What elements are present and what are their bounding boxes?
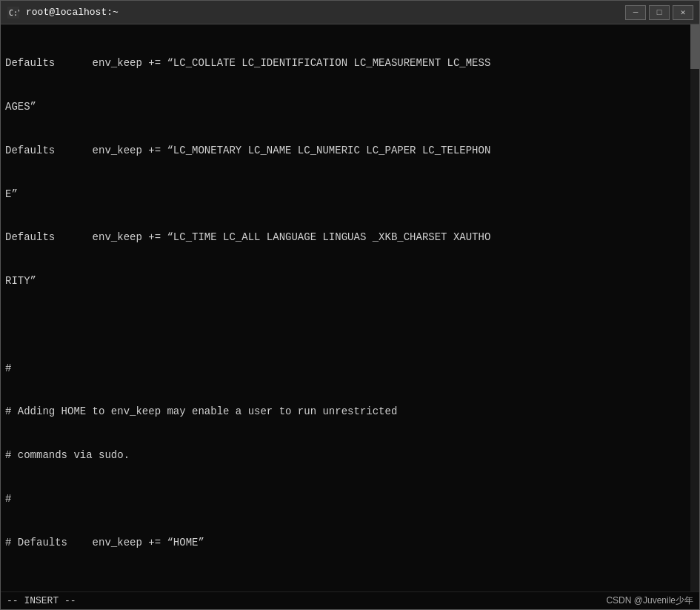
line-11: #	[5, 492, 695, 507]
line-6: RITY”	[5, 274, 695, 289]
line-1: Defaults env_keep += “LC_COLLATE LC_IDEN…	[5, 56, 695, 71]
watermark: CSDN @Juvenile少年	[606, 594, 693, 607]
line-8: #	[5, 362, 695, 377]
window-title: root@localhost:~	[26, 7, 625, 18]
minimize-button[interactable]: ─	[625, 5, 646, 20]
terminal-icon: C:\	[7, 6, 20, 19]
line-10: # commands via sudo.	[5, 448, 695, 463]
terminal-window: C:\ root@localhost:~ ─ □ ✕ Defaults env_…	[0, 0, 700, 610]
scrollbar-thumb[interactable]	[690, 24, 699, 69]
line-2: AGES”	[5, 100, 695, 115]
terminal-content: Defaults env_keep += “LC_COLLATE LC_IDEN…	[5, 27, 695, 591]
insert-mode-indicator: -- INSERT --	[7, 595, 76, 606]
terminal-body[interactable]: Defaults env_keep += “LC_COLLATE LC_IDEN…	[1, 24, 699, 591]
svg-text:C:\: C:\	[9, 9, 19, 17]
line-9: # Adding HOME to env_keep may enable a u…	[5, 405, 695, 420]
statusbar: -- INSERT -- CSDN @Juvenile少年	[1, 591, 699, 609]
window-controls: ─ □ ✕	[625, 5, 693, 20]
line-5: Defaults env_keep += “LC_TIME LC_ALL LAN…	[5, 231, 695, 245]
close-button[interactable]: ✕	[673, 5, 693, 20]
line-12: # Defaults env_keep += “HOME”	[5, 536, 695, 551]
line-13	[5, 580, 695, 591]
titlebar: C:\ root@localhost:~ ─ □ ✕	[1, 1, 699, 24]
line-3: Defaults env_keep += “LC_MONETARY LC_NAM…	[5, 144, 695, 159]
scrollbar[interactable]	[690, 24, 699, 591]
line-7	[5, 318, 695, 333]
maximize-button[interactable]: □	[649, 5, 670, 20]
line-4: E”	[5, 188, 695, 202]
